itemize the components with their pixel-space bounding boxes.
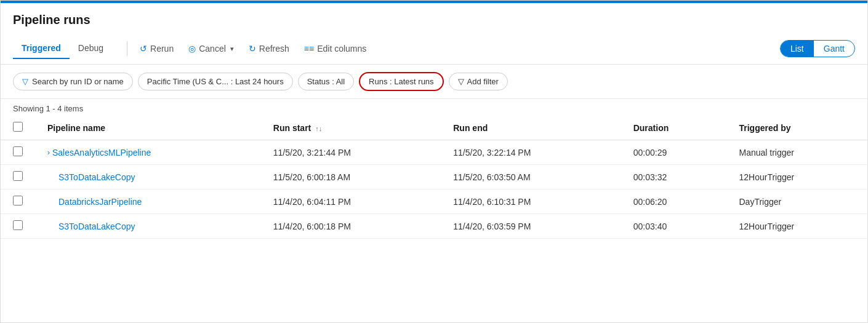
page-title: Pipeline runs	[13, 13, 855, 27]
row-pipeline-name-cell: DatabricksJarPipeline	[35, 189, 261, 214]
row-duration: 00:00:29	[621, 140, 727, 165]
tab-triggered[interactable]: Triggered	[13, 38, 70, 59]
add-filter-button[interactable]: ▽ Add filter	[449, 73, 508, 90]
main-container: Pipeline runs Triggered Debug ↺ Rerun ◎ …	[0, 0, 868, 323]
select-all-checkbox[interactable]	[13, 122, 23, 132]
row-run-start: 11/5/20, 3:21:44 PM	[261, 140, 441, 165]
row-triggered-by: 12HourTrigger	[726, 165, 867, 189]
header-triggered-by: Triggered by	[726, 116, 867, 140]
runs-filter-label: Runs : Latest runs	[369, 77, 434, 86]
showing-text: Showing 1 - 4 items	[1, 99, 867, 116]
row-pipeline-name-cell: › SalesAnalyticsMLPipeline	[35, 140, 261, 165]
row-checkbox-cell	[1, 140, 35, 165]
add-filter-label: Add filter	[467, 77, 499, 86]
header-pipeline-name: Pipeline name	[35, 116, 261, 140]
header-duration: Duration	[621, 116, 727, 140]
pipeline-name-link[interactable]: SalesAnalyticsMLPipeline	[52, 148, 151, 158]
add-filter-icon: ▽	[458, 77, 464, 86]
row-run-start: 11/5/20, 6:00:18 AM	[261, 165, 441, 189]
row-run-end: 11/4/20, 6:03:59 PM	[441, 214, 621, 239]
edit-columns-label: Edit columns	[317, 44, 366, 54]
edit-columns-icon: ≡≡	[304, 44, 314, 54]
tab-group: Triggered Debug	[13, 38, 112, 59]
row-run-end: 11/4/20, 6:10:31 PM	[441, 189, 621, 214]
row-triggered-by: DayTrigger	[726, 189, 867, 214]
row-duration: 00:06:20	[621, 189, 727, 214]
search-placeholder: Search by run ID or name	[32, 77, 124, 86]
row-checkbox-cell	[1, 214, 35, 239]
status-filter-pill[interactable]: Status : All	[298, 73, 354, 90]
time-filter-label: Pacific Time (US & C... : Last 24 hours	[147, 77, 284, 86]
run-start-sort-icon: ↑↓	[315, 125, 322, 132]
status-filter-label: Status : All	[307, 77, 345, 86]
tab-debug[interactable]: Debug	[70, 38, 112, 59]
table-header-row: Pipeline name Run start ↑↓ Run end Durat…	[1, 116, 867, 140]
cancel-button[interactable]: ◎ Cancel ▾	[181, 40, 241, 57]
edit-columns-button[interactable]: ≡≡ Edit columns	[297, 40, 374, 57]
search-filter-icon: ▽	[22, 77, 28, 86]
toolbar: Triggered Debug ↺ Rerun ◎ Cancel ▾ ↻ Ref…	[13, 34, 855, 59]
cancel-icon: ◎	[188, 44, 196, 54]
table-row: S3ToDataLakeCopy 11/4/20, 6:00:18 PM 11/…	[1, 214, 867, 239]
gantt-view-button[interactable]: Gantt	[814, 41, 854, 57]
expand-icon[interactable]: ›	[47, 148, 50, 157]
table-row: › SalesAnalyticsMLPipeline 11/5/20, 3:21…	[1, 140, 867, 165]
row-triggered-by: Manual trigger	[726, 140, 867, 165]
header-run-end: Run end	[441, 116, 621, 140]
row-pipeline-name-cell: S3ToDataLakeCopy	[35, 214, 261, 239]
header-checkbox-col	[1, 116, 35, 140]
search-filter-pill[interactable]: ▽ Search by run ID or name	[13, 73, 133, 90]
table-row: DatabricksJarPipeline 11/4/20, 6:04:11 P…	[1, 189, 867, 214]
refresh-icon: ↻	[249, 44, 256, 54]
row-checkbox-cell	[1, 189, 35, 214]
header-run-start[interactable]: Run start ↑↓	[261, 116, 441, 140]
row-checkbox-0[interactable]	[13, 146, 23, 156]
cancel-dropdown-icon: ▾	[230, 45, 234, 53]
row-run-start: 11/4/20, 6:04:11 PM	[261, 189, 441, 214]
row-checkbox-3[interactable]	[13, 220, 23, 230]
rerun-label: Rerun	[150, 44, 174, 54]
runs-filter-pill[interactable]: Runs : Latest runs	[359, 72, 444, 91]
time-filter-pill[interactable]: Pacific Time (US & C... : Last 24 hours	[138, 73, 293, 90]
view-toggle-group: List Gantt	[780, 40, 855, 57]
pipeline-name-link[interactable]: S3ToDataLakeCopy	[58, 221, 135, 231]
cancel-label: Cancel	[199, 44, 226, 54]
row-checkbox-cell	[1, 165, 35, 189]
row-run-end: 11/5/20, 6:03:50 AM	[441, 165, 621, 189]
row-checkbox-1[interactable]	[13, 171, 23, 181]
row-duration: 00:03:40	[621, 214, 727, 239]
page-header: Pipeline runs Triggered Debug ↺ Rerun ◎ …	[1, 3, 867, 65]
toolbar-divider-1	[127, 41, 127, 56]
rerun-icon: ↺	[140, 44, 147, 54]
pipeline-name-link[interactable]: S3ToDataLakeCopy	[58, 172, 135, 182]
refresh-label: Refresh	[259, 44, 289, 54]
row-checkbox-2[interactable]	[13, 196, 23, 205]
row-pipeline-name-cell: S3ToDataLakeCopy	[35, 165, 261, 189]
table-row: S3ToDataLakeCopy 11/5/20, 6:00:18 AM 11/…	[1, 165, 867, 189]
row-duration: 00:03:32	[621, 165, 727, 189]
pipeline-runs-table: Pipeline name Run start ↑↓ Run end Durat…	[1, 116, 867, 239]
pipeline-name-link[interactable]: DatabricksJarPipeline	[58, 197, 142, 207]
rerun-button[interactable]: ↺ Rerun	[132, 40, 181, 57]
filters-bar: ▽ Search by run ID or name Pacific Time …	[1, 65, 867, 99]
row-run-end: 11/5/20, 3:22:14 PM	[441, 140, 621, 165]
list-view-button[interactable]: List	[781, 41, 814, 57]
refresh-button[interactable]: ↻ Refresh	[241, 40, 297, 57]
row-run-start: 11/4/20, 6:00:18 PM	[261, 214, 441, 239]
row-triggered-by: 12HourTrigger	[726, 214, 867, 239]
